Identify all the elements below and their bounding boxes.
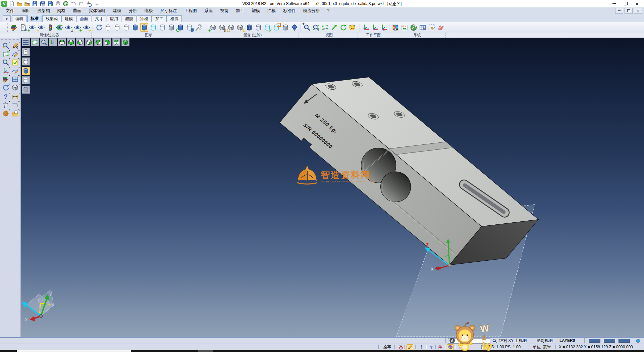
- tab-progress[interactable]: 冲模: [137, 15, 152, 22]
- cylinder-flat-icon[interactable]: [158, 23, 166, 32]
- menu-progress[interactable]: 冲模: [264, 7, 279, 14]
- mdi-restore-button[interactable]: [625, 8, 633, 14]
- regen-refresh-icon[interactable]: [1, 84, 10, 91]
- solid-gem-icon[interactable]: [290, 23, 299, 32]
- menu-flow-analysis[interactable]: 模流分析: [300, 7, 324, 14]
- mdi-close-button[interactable]: ×: [634, 8, 642, 14]
- menu-surface[interactable]: 曲面: [69, 7, 85, 14]
- toggle-visibility-icon[interactable]: ±: [64, 23, 72, 32]
- tab-modeling[interactable]: 建模: [61, 15, 76, 22]
- tab-application[interactable]: 应用: [107, 15, 121, 22]
- gift-box-icon[interactable]: [437, 344, 443, 350]
- tab-standard[interactable]: 标准: [27, 15, 42, 22]
- tab-dropdown-button[interactable]: ▼: [3, 15, 11, 22]
- plane-select-icon[interactable]: [1, 50, 10, 58]
- color-swatch-2[interactable]: [604, 339, 615, 343]
- viewport-3d[interactable]: M 250 kg. S/N 00000000 Z X Z: [21, 38, 644, 337]
- view-right-icon[interactable]: [103, 38, 111, 46]
- open-folder-icon[interactable]: [11, 109, 19, 117]
- view-zoom-icon[interactable]: [40, 38, 48, 46]
- view-shaded-icon[interactable]: [121, 38, 129, 46]
- menu-help[interactable]: ?: [324, 7, 333, 14]
- cylinder-shaded-edges-icon[interactable]: [140, 23, 148, 32]
- cylinder-dashed-icon[interactable]: [122, 23, 130, 32]
- cylinder-frame-icon[interactable]: [272, 23, 280, 32]
- menu-modeling[interactable]: 建模: [109, 7, 125, 14]
- menu-machining[interactable]: 加工: [232, 7, 248, 14]
- view-bottom-icon[interactable]: [67, 38, 75, 46]
- solid-cube-icon[interactable]: [11, 84, 19, 91]
- filter-traffic-light-icon[interactable]: [46, 23, 54, 32]
- zoom-window-icon[interactable]: [312, 23, 320, 32]
- show-entities-icon[interactable]: +: [28, 23, 36, 32]
- point-select-icon[interactable]: [428, 23, 436, 32]
- view-mode-label[interactable]: 绝对 XY 上视图: [499, 338, 527, 344]
- view-back-icon[interactable]: [85, 38, 93, 46]
- menu-system[interactable]: 系统: [201, 7, 216, 14]
- menu-drawing[interactable]: 工程图: [181, 7, 201, 14]
- workplane-align-icon[interactable]: [371, 23, 379, 32]
- cylinder-hidden-line-icon[interactable]: [113, 23, 121, 32]
- view-left-icon[interactable]: [94, 38, 102, 46]
- wcs-axes-icon[interactable]: [1, 67, 10, 75]
- view-front-icon[interactable]: [76, 38, 84, 46]
- render-wireframe-icon[interactable]: [22, 48, 30, 56]
- tab-wireframe[interactable]: 线架构: [42, 15, 61, 22]
- graphics-tools-icon[interactable]: [195, 23, 203, 32]
- menu-standard-parts[interactable]: 标准件: [279, 7, 300, 14]
- cylinder-solid-icon[interactable]: [245, 23, 253, 32]
- help-question-icon[interactable]: ?: [1, 93, 10, 100]
- view-iso-icon[interactable]: [112, 38, 120, 46]
- solid-refresh-icon[interactable]: [227, 23, 235, 32]
- image-settings-icon[interactable]: [400, 23, 409, 32]
- maximize-button[interactable]: [620, 0, 631, 7]
- cylinder-wireframe-icon[interactable]: [104, 23, 112, 32]
- snap-lock-label[interactable]: 拴牢: [383, 344, 391, 350]
- delete-trash-icon[interactable]: [1, 101, 10, 109]
- globe-icon[interactable]: [635, 338, 641, 344]
- cylinder-mesh-icon[interactable]: [167, 23, 175, 32]
- menu-edit[interactable]: 编辑: [18, 7, 34, 14]
- color-palette-icon[interactable]: [391, 23, 399, 32]
- units-label[interactable]: 单位: 毫米: [533, 344, 551, 350]
- solid-filter-icon[interactable]: [218, 23, 226, 32]
- menu-solid-edit[interactable]: 实体编辑: [85, 7, 109, 14]
- tab-dimension[interactable]: 尺寸: [92, 15, 106, 22]
- window-layout-icon[interactable]: [11, 75, 19, 83]
- render-mesh-icon[interactable]: [22, 86, 30, 94]
- zoom-plus-icon[interactable]: +: [1, 58, 10, 66]
- spline-pencil-icon[interactable]: [11, 67, 19, 75]
- cylinder-shaded-icon[interactable]: [131, 23, 139, 32]
- entity-search-icon[interactable]: [1, 42, 10, 49]
- menu-dimension[interactable]: 尺寸标注: [157, 7, 181, 14]
- view-menu-icon[interactable]: [22, 38, 30, 46]
- cylinder-wire-icon[interactable]: [281, 23, 289, 32]
- workplane-axes-icon[interactable]: [380, 23, 388, 32]
- color-swatch-3[interactable]: [619, 339, 630, 343]
- render-grid-icon[interactable]: [437, 23, 445, 32]
- cylinder-translucent-icon[interactable]: [149, 23, 157, 32]
- layer-label[interactable]: LAYER0: [559, 338, 575, 344]
- menu-window[interactable]: 视窗: [216, 7, 232, 14]
- validate-checkbox-icon[interactable]: [11, 58, 19, 66]
- hide-entities-icon[interactable]: −: [37, 23, 45, 32]
- refresh-visibility-icon[interactable]: [55, 23, 63, 32]
- cylinder-striped-icon[interactable]: [254, 23, 262, 32]
- menu-mesh[interactable]: 网格: [54, 7, 69, 14]
- minimize-button[interactable]: [608, 0, 620, 7]
- attributes-paint-icon[interactable]: [10, 23, 18, 32]
- preview-document-icon[interactable]: [19, 23, 27, 32]
- tab-mould[interactable]: 塑膜: [122, 15, 137, 22]
- hide-all-icon[interactable]: −: [83, 23, 91, 32]
- pan-arrow-icon[interactable]: [330, 23, 338, 32]
- scene-canvas[interactable]: M 250 kg. S/N 00000000 Z X Z: [21, 38, 644, 337]
- ink-drop-icon[interactable]: [418, 344, 425, 350]
- menu-analysis[interactable]: 分析: [125, 7, 141, 14]
- view-plane-icon[interactable]: [31, 38, 39, 46]
- view-rotate-icon[interactable]: [339, 23, 347, 32]
- color-swatch-1[interactable]: [589, 339, 600, 343]
- edit-wand-icon[interactable]: [407, 344, 413, 350]
- solid-toggle-icon[interactable]: ±: [236, 23, 244, 32]
- close-button[interactable]: ×: [631, 0, 643, 7]
- show-all-icon[interactable]: +: [73, 23, 82, 32]
